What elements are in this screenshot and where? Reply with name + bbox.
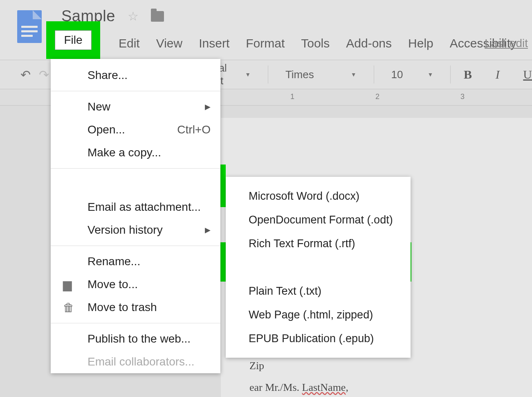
- docs-logo-icon: [17, 10, 42, 43]
- submenu-arrow-icon: ▶: [205, 102, 211, 111]
- file-menu-share[interactable]: Share...: [51, 64, 220, 87]
- folder-icon[interactable]: [151, 11, 164, 22]
- file-menu-version-history-label: Version history: [88, 223, 163, 237]
- submenu-docx[interactable]: Microsoft Word (.docx): [226, 184, 411, 208]
- font-label: Times: [285, 68, 314, 81]
- menubar: Edit View Insert Format Tools Add-ons He…: [61, 25, 532, 50]
- file-menu-move-to[interactable]: ▆ Move to...: [51, 273, 220, 296]
- file-menu-rename[interactable]: Rename...: [51, 250, 220, 273]
- folder-icon: ▆: [63, 278, 72, 291]
- submenu-rtf-label: Rich Text Format (.rtf): [249, 237, 355, 250]
- ruler-mark: 3: [460, 92, 465, 101]
- menu-tools[interactable]: Tools: [301, 36, 330, 50]
- file-menu-rename-label: Rename...: [88, 255, 140, 268]
- file-menu-publish-web-label: Publish to the web...: [88, 332, 191, 345]
- file-menu-email-attachment-label: Email as attachment...: [88, 201, 201, 214]
- file-menu-publish-web[interactable]: Publish to the web...: [51, 327, 220, 350]
- submenu-html-label: Web Page (.html, zipped): [249, 309, 373, 321]
- doc-text: Zip: [249, 360, 264, 372]
- file-menu-open-shortcut: Ctrl+O: [177, 123, 211, 136]
- file-menu-share-label: Share...: [88, 69, 128, 82]
- redo-icon[interactable]: ↷: [39, 68, 49, 82]
- ruler-mark: 2: [375, 92, 379, 101]
- menu-edit[interactable]: Edit: [119, 36, 140, 50]
- trash-icon: 🗑: [63, 301, 74, 314]
- chevron-down-icon: ▼: [351, 71, 357, 78]
- submenu-epub-label: EPUB Publication (.epub): [249, 332, 374, 345]
- menu-insert[interactable]: Insert: [199, 36, 229, 50]
- submenu-txt[interactable]: Plain Text (.txt): [226, 279, 411, 303]
- font-size-select[interactable]: 10 ▼: [387, 68, 437, 81]
- submenu-txt-label: Plain Text (.txt): [249, 285, 321, 298]
- menu-addons[interactable]: Add-ons: [346, 36, 392, 50]
- italic-button[interactable]: I: [496, 68, 500, 81]
- file-menu-move-trash[interactable]: 🗑 Move to trash: [51, 296, 220, 319]
- file-menu-move-to-label: Move to...: [88, 278, 138, 291]
- ruler-mark: 1: [290, 92, 294, 101]
- menu-help[interactable]: Help: [408, 36, 433, 50]
- submenu-odt-label: OpenDocument Format (.odt): [249, 214, 393, 226]
- menu-format[interactable]: Format: [246, 36, 285, 50]
- file-menu-email-attachment[interactable]: Email as attachment...: [51, 196, 220, 219]
- doc-text: LastName: [302, 381, 346, 393]
- file-menu-new-label: New: [88, 100, 110, 113]
- file-menu-open-label: Open...: [88, 123, 125, 136]
- menu-file-label: File: [64, 34, 82, 47]
- submenu-odt[interactable]: OpenDocument Format (.odt): [226, 208, 411, 232]
- file-menu-open[interactable]: Open... Ctrl+O: [51, 118, 220, 141]
- bold-button[interactable]: B: [464, 68, 472, 81]
- file-menu-make-copy-label: Make a copy...: [88, 146, 161, 159]
- star-icon[interactable]: ☆: [128, 9, 139, 23]
- file-menu: Share... New ▶ Open... Ctrl+O Make a cop…: [51, 59, 220, 373]
- submenu-epub[interactable]: EPUB Publication (.epub): [226, 327, 411, 350]
- font-select[interactable]: Times ▼: [281, 68, 361, 81]
- chevron-down-icon: ▼: [245, 71, 251, 78]
- file-menu-email-collab-label: Email collaborators...: [88, 355, 194, 368]
- undo-icon[interactable]: ↶: [20, 68, 31, 82]
- file-menu-email-collab: Email collaborators...: [51, 350, 220, 373]
- file-menu-move-trash-label: Move to trash: [88, 301, 157, 314]
- highlight-file-menu: File: [46, 21, 100, 59]
- menu-file[interactable]: File: [55, 30, 92, 50]
- font-size-label: 10: [391, 68, 403, 81]
- file-menu-version-history[interactable]: Version history ▶: [51, 219, 220, 241]
- doc-text: ,: [346, 381, 348, 393]
- menu-view[interactable]: View: [156, 36, 182, 50]
- underline-button[interactable]: U: [523, 68, 532, 81]
- submenu-rtf[interactable]: Rich Text Format (.rtf): [226, 232, 411, 255]
- download-submenu: Microsoft Word (.docx) OpenDocument Form…: [226, 177, 411, 358]
- submenu-html[interactable]: Web Page (.html, zipped): [226, 303, 411, 327]
- submenu-arrow-icon: ▶: [205, 226, 211, 235]
- doc-text: ear Mr./Ms.: [249, 381, 302, 393]
- chevron-down-icon: ▼: [427, 71, 433, 78]
- file-menu-make-copy[interactable]: Make a copy...: [51, 141, 220, 164]
- last-edit-link[interactable]: Last edit: [485, 37, 528, 50]
- submenu-docx-label: Microsoft Word (.docx): [249, 190, 359, 203]
- file-menu-new[interactable]: New ▶: [51, 95, 220, 118]
